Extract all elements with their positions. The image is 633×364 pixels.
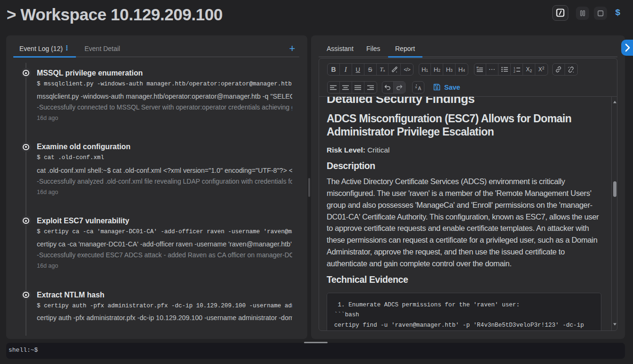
svg-text:x: x [415,85,417,89]
svg-text:2: 2 [514,69,515,73]
svg-text:“: “ [476,66,479,71]
svg-text:A: A [418,86,422,91]
